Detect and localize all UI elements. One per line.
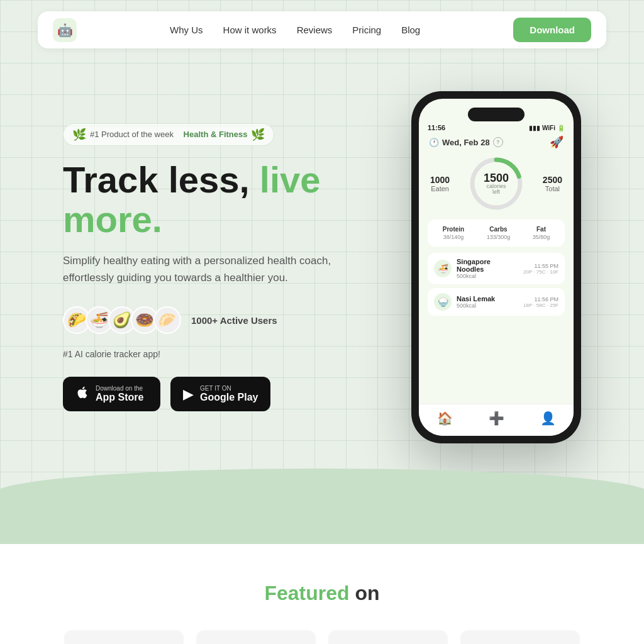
- food-macros: 20P · 75C · 10F: [523, 269, 558, 275]
- food-macros: 18P · 58C · 25F: [523, 303, 558, 308]
- phone-date-row: 🕐 Wed, Feb 28 ? 🚀: [428, 135, 565, 149]
- nav-link-blog[interactable]: Blog: [401, 25, 420, 35]
- avatar-stack: 🌮🍜🥑🍩🥟: [63, 306, 181, 334]
- google-play-small: GET IT ON: [200, 385, 258, 392]
- product-badge: 🌿 #1 Product of the week Health & Fitnes…: [63, 123, 274, 146]
- badge-prefix: #1 Product of the week: [90, 130, 174, 139]
- phone-screen: 11:56 ▮▮▮ WiFi 🔋 🕐 Wed, Feb 28 ?: [419, 99, 574, 399]
- tagline: #1 AI calorie tracker app!: [63, 349, 377, 359]
- phone-date-text: Wed, Feb 28: [442, 138, 490, 147]
- clock-icon: 🕐: [429, 138, 439, 147]
- info-icon: ?: [493, 137, 503, 147]
- featured-title-dark: on: [350, 582, 380, 604]
- apple-icon: [75, 384, 89, 404]
- macros-row: Protein38/140gCarbs133/300gFat35/80g: [428, 219, 565, 247]
- eaten-label: Eaten: [430, 185, 450, 192]
- featured-logos: Logo 1Logo 2Logo 3Logo 4: [50, 630, 594, 644]
- food-log: 🍜 Singapore Noodles 500kcal 11:55 PM 20P…: [428, 253, 565, 316]
- badge-highlight: Health & Fitness: [184, 130, 248, 139]
- food-calories: 500kcal: [457, 303, 518, 309]
- hero-title-black: Track less,: [63, 159, 250, 200]
- nav-links: Why UsHow it worksReviewsPricingBlog: [170, 25, 420, 36]
- nav-link-how-it-works[interactable]: How it works: [223, 25, 277, 35]
- navbar: 🤖 Why UsHow it worksReviewsPricingBlog D…: [38, 11, 606, 48]
- logo[interactable]: 🤖: [53, 18, 77, 42]
- calorie-center: 1500 calories left: [484, 172, 509, 195]
- featured-title-green: Featured: [264, 582, 349, 604]
- food-emoji: 🍚: [434, 293, 452, 311]
- laurel-right-icon: 🌿: [251, 128, 265, 142]
- calorie-ring: 1500 calories left: [468, 155, 525, 212]
- food-info: Nasi Lemak 500kcal: [457, 295, 518, 309]
- nav-link-why-us[interactable]: Why Us: [170, 25, 203, 35]
- macro-protein: Protein38/140g: [443, 226, 464, 240]
- hero-description: Simplify healthy eating with a personali…: [63, 252, 377, 286]
- macro-carbs: Carbs133/300g: [487, 226, 511, 240]
- hero-title: Track less, live more.: [63, 160, 377, 240]
- food-name: Nasi Lemak: [457, 295, 518, 303]
- calorie-section: 1000 Eaten 1500 calories left: [428, 155, 565, 212]
- nav-link-reviews[interactable]: Reviews: [297, 25, 333, 35]
- signal-icon: ▮▮▮: [529, 125, 540, 131]
- phone-date: 🕐 Wed, Feb 28 ?: [429, 137, 503, 147]
- featured-logo-2: Logo 2: [196, 630, 316, 644]
- wave-section: [0, 469, 644, 544]
- food-log-item: 🍚 Nasi Lemak 500kcal 11:56 PM 18P · 58C …: [428, 288, 565, 316]
- macro-label: Fat: [533, 226, 550, 233]
- calories-total: 2500 Total: [543, 175, 562, 192]
- hero-content: 🌿 #1 Product of the week Health & Fitnes…: [63, 123, 377, 412]
- add-icon[interactable]: ➕: [489, 411, 504, 426]
- nav-download-button[interactable]: Download: [513, 18, 591, 42]
- food-time: 11:55 PM: [523, 263, 558, 269]
- app-store-button[interactable]: Download on the App Store: [63, 377, 160, 411]
- food-log-item: 🍜 Singapore Noodles 500kcal 11:55 PM 20P…: [428, 253, 565, 284]
- app-store-small: Download on the: [96, 385, 143, 392]
- app-store-text: Download on the App Store: [96, 385, 143, 403]
- macro-fat: Fat35/80g: [533, 226, 550, 240]
- food-info: Singapore Noodles 500kcal: [457, 258, 518, 279]
- featured-title: Featured on: [50, 582, 594, 605]
- food-calories: 500kcal: [457, 273, 518, 279]
- calories-left-value: 1500: [484, 172, 509, 184]
- total-label: Total: [543, 185, 562, 192]
- phone-outer: 11:56 ▮▮▮ WiFi 🔋 🕐 Wed, Feb 28 ?: [411, 91, 581, 443]
- avatar: 🥟: [153, 306, 181, 334]
- macro-label: Carbs: [487, 226, 511, 233]
- phone-notch: [468, 108, 525, 121]
- nav-link-pricing[interactable]: Pricing: [352, 25, 381, 35]
- phone-time: 11:56: [428, 124, 445, 131]
- phone-status-icons: ▮▮▮ WiFi 🔋: [529, 125, 565, 131]
- macro-value: 133/300g: [487, 234, 511, 240]
- logo-icon: 🤖: [53, 18, 77, 42]
- wifi-icon: WiFi: [542, 125, 555, 131]
- phone-mockup: 11:56 ▮▮▮ WiFi 🔋 🕐 Wed, Feb 28 ?: [411, 91, 581, 443]
- featured-logo-4: Logo 4: [460, 630, 580, 644]
- featured-logo-1: Logo 1: [64, 630, 184, 644]
- play-icon: ▶: [183, 386, 194, 402]
- macro-value: 35/80g: [533, 234, 550, 240]
- google-play-text: GET IT ON Google Play: [200, 385, 258, 403]
- phone-bottom-nav: 🏠➕👤: [419, 404, 574, 436]
- profile-icon[interactable]: 👤: [540, 411, 556, 426]
- total-value: 2500: [543, 175, 562, 185]
- user-count: 1000+ Active Users: [191, 315, 277, 326]
- store-buttons: Download on the App Store ▶ GET IT ON Go…: [63, 377, 377, 411]
- food-emoji: 🍜: [434, 260, 452, 277]
- user-avatars-row: 🌮🍜🥑🍩🥟 1000+ Active Users: [63, 306, 377, 334]
- wave-bg: [0, 469, 644, 544]
- food-time: 11:56 PM: [523, 296, 558, 303]
- home-icon[interactable]: 🏠: [437, 411, 453, 426]
- food-time-macros: 11:55 PM 20P · 75C · 10F: [523, 263, 558, 275]
- google-play-big: Google Play: [200, 392, 258, 403]
- battery-icon: 🔋: [557, 125, 565, 131]
- featured-logo-3: Logo 3: [328, 630, 448, 644]
- macro-label: Protein: [443, 226, 464, 233]
- featured-section: Featured on Logo 1Logo 2Logo 3Logo 4: [0, 544, 644, 644]
- food-time-macros: 11:56 PM 18P · 58C · 25F: [523, 296, 558, 308]
- google-play-button[interactable]: ▶ GET IT ON Google Play: [170, 377, 270, 411]
- food-name: Singapore Noodles: [457, 258, 518, 273]
- eaten-value: 1000: [430, 175, 450, 185]
- app-store-big: App Store: [96, 392, 143, 403]
- calories-eaten: 1000 Eaten: [430, 175, 450, 192]
- phone-inner: 11:56 ▮▮▮ WiFi 🔋 🕐 Wed, Feb 28 ?: [419, 99, 574, 436]
